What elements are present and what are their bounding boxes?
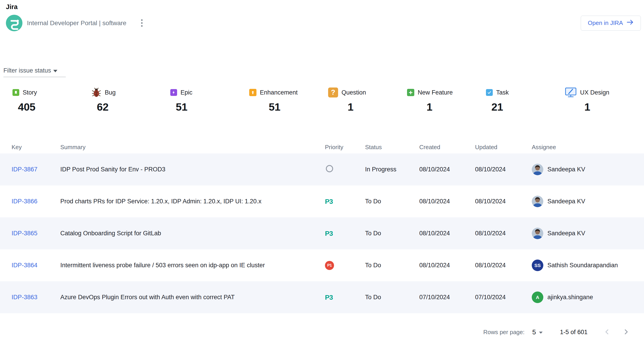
- avatar: SS: [532, 260, 543, 271]
- issue-type-label: Epic: [180, 89, 192, 96]
- issue-summary: Azure DevOps Plugin Errors out with Auth…: [60, 294, 325, 301]
- issue-type-label: Enhancement: [260, 89, 298, 96]
- issue-created-date: 07/10/2024: [419, 294, 475, 301]
- jira-project-logo-icon: [6, 15, 22, 31]
- issue-summary: Prod charts PRs for IDP Service: 1.20.x,…: [60, 198, 325, 205]
- issue-status: In Progress: [365, 166, 419, 173]
- issue-type-label: Bug: [105, 89, 116, 96]
- issue-key-link[interactable]: IDP-3867: [12, 166, 38, 173]
- column-header-key: Key: [12, 144, 60, 151]
- issue-updated-date: 08/10/2024: [475, 166, 532, 173]
- arrow-right-icon: [626, 19, 634, 27]
- issue-type-count: 51: [249, 101, 328, 113]
- table-row: IDP-3864 Intermittent liveness probe fai…: [0, 249, 644, 281]
- issue-updated-date: 08/10/2024: [475, 230, 532, 237]
- pagination-range: 1-5 of 601: [560, 329, 588, 336]
- story-icon: [12, 89, 19, 96]
- issue-status: To Do: [365, 262, 419, 269]
- issue-status: To Do: [365, 294, 419, 301]
- issue-type-count: 21: [486, 101, 565, 113]
- issue-key-link[interactable]: IDP-3865: [12, 230, 38, 237]
- issue-type-count: 1: [407, 101, 486, 113]
- priority-none-icon: [326, 165, 333, 172]
- issue-type-bug: Bug 62: [92, 87, 170, 113]
- issue-type-label: New Feature: [418, 89, 453, 96]
- kebab-menu-icon[interactable]: [139, 17, 145, 29]
- issue-type-label: Question: [342, 89, 366, 96]
- issue-type-story: Story 405: [12, 87, 92, 113]
- filter-issue-status-select[interactable]: Filter issue status: [4, 67, 66, 77]
- issue-summary: Catalog Onboarding Script for GitLab: [60, 230, 325, 237]
- issue-type-count: 1: [565, 101, 644, 113]
- priority-p3-icon: P3: [325, 230, 333, 237]
- issue-type-count: 62: [92, 101, 170, 113]
- avatar: [532, 228, 543, 239]
- issue-updated-date: 08/10/2024: [475, 262, 532, 269]
- avatar: A: [532, 292, 543, 303]
- rows-per-page-value: 5: [532, 329, 536, 336]
- issue-summary: Intermittent liveness probe failure / 50…: [60, 262, 325, 269]
- ux-design-icon: [565, 87, 577, 98]
- table-row: IDP-3865 Catalog Onboarding Script for G…: [0, 217, 644, 249]
- issue-key-link[interactable]: IDP-3866: [12, 198, 38, 205]
- issue-type-task: Task 21: [486, 87, 565, 113]
- column-header-summary: Summary: [60, 144, 325, 151]
- open-in-jira-button[interactable]: Open in JIRA: [581, 16, 641, 30]
- open-in-jira-label: Open in JIRA: [588, 19, 623, 26]
- issue-created-date: 08/10/2024: [419, 230, 475, 237]
- issue-status: To Do: [365, 198, 419, 205]
- project-name: Internal Developer Portal | software: [27, 19, 126, 27]
- table-row: IDP-3866 Prod charts PRs for IDP Service…: [0, 185, 644, 217]
- issue-type-label: Story: [23, 89, 37, 96]
- assignee-name: Sandeepa KV: [548, 198, 585, 205]
- table-row: IDP-3863 Azure DevOps Plugin Errors out …: [0, 281, 644, 313]
- table-header-row: Key Summary Priority Status Created Upda…: [0, 141, 644, 153]
- filter-issue-status-label: Filter issue status: [4, 67, 51, 74]
- chevron-down-icon: [539, 332, 543, 334]
- issue-status: To Do: [365, 230, 419, 237]
- chevron-down-icon: [53, 70, 57, 72]
- pagination-bar: Rows per page: 5 1-5 of 601: [0, 327, 644, 338]
- next-page-button[interactable]: [621, 327, 632, 338]
- issue-type-ux-design: UX Design 1: [565, 87, 644, 113]
- bug-icon: [92, 87, 101, 97]
- rows-per-page-label: Rows per page:: [483, 329, 524, 336]
- question-icon: ?: [328, 87, 338, 97]
- rows-per-page-select[interactable]: 5: [532, 329, 543, 336]
- issue-type-epic: Epic 51: [170, 87, 249, 113]
- card-header: Jira Internal Developer Portal | softwar…: [0, 0, 644, 31]
- column-header-status: Status: [365, 144, 419, 151]
- issue-type-label: Task: [496, 89, 509, 96]
- issue-type-count: 51: [170, 101, 249, 113]
- priority-p3-icon: P3: [325, 198, 333, 205]
- assignee-name: Sathish Soundarapandian: [548, 262, 618, 269]
- table-row: IDP-3867 IDP Post Prod Sanity for Env - …: [0, 153, 644, 185]
- new-feature-icon: +: [407, 89, 414, 96]
- priority-p1-icon: P1: [325, 261, 334, 270]
- issue-type-enhancement: Enhancement 51: [249, 87, 328, 113]
- assignee-name: Sandeepa KV: [548, 230, 585, 237]
- issue-key-link[interactable]: IDP-3864: [12, 262, 38, 269]
- enhancement-icon: [249, 89, 256, 96]
- issue-key-link[interactable]: IDP-3863: [12, 294, 38, 301]
- issues-table: Key Summary Priority Status Created Upda…: [0, 141, 644, 313]
- issue-created-date: 08/10/2024: [419, 262, 475, 269]
- column-header-created: Created: [419, 144, 475, 151]
- issue-created-date: 08/10/2024: [419, 166, 475, 173]
- issue-type-count: 1: [328, 101, 407, 113]
- column-header-updated: Updated: [475, 144, 532, 151]
- issue-updated-date: 08/10/2024: [475, 198, 532, 205]
- column-header-priority: Priority: [325, 144, 365, 151]
- jira-plugin-card: Jira Internal Developer Portal | softwar…: [0, 0, 644, 345]
- epic-icon: [170, 89, 177, 96]
- column-header-assignee: Assignee: [532, 144, 644, 151]
- issue-summary: IDP Post Prod Sanity for Env - PROD3: [60, 166, 325, 173]
- assignee-name: ajinkya.shingane: [548, 294, 593, 301]
- issue-type-new-feature: + New Feature 1: [407, 87, 486, 113]
- task-icon: [486, 89, 493, 96]
- issue-type-count: 405: [12, 101, 92, 113]
- issue-updated-date: 07/10/2024: [475, 294, 532, 301]
- previous-page-button[interactable]: [602, 327, 612, 338]
- priority-p3-icon: P3: [325, 294, 333, 301]
- issue-type-label: UX Design: [580, 89, 609, 96]
